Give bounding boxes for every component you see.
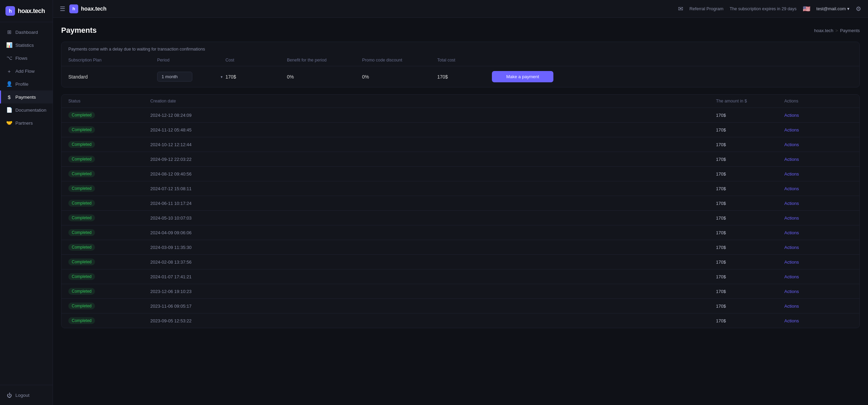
creation-date: 2024-10-12 12:12:44	[150, 142, 716, 147]
breadcrumb-sep: >	[836, 28, 838, 33]
sidebar-item-label: Dashboard	[15, 30, 38, 35]
amount: 170$	[716, 318, 784, 323]
topbar-logo-box: h	[69, 4, 78, 13]
table-row: Completed 2024-02-08 13:37:56 170$ Actio…	[61, 255, 859, 269]
creation-date: 2024-04-09 09:06:06	[150, 230, 716, 235]
amount: 170$	[716, 289, 784, 294]
benefit-value: 0%	[287, 74, 362, 80]
actions-link[interactable]: Actions	[784, 113, 853, 118]
sidebar-item-logout[interactable]: ⏻Logout	[0, 389, 53, 402]
sidebar-item-payments[interactable]: $Payments	[0, 90, 53, 103]
table-row: Completed 2024-12-12 08:24:09 170$ Actio…	[61, 108, 859, 123]
statistics-icon: 📊	[6, 42, 12, 48]
send-icon[interactable]: ✉	[678, 5, 683, 13]
actions-link[interactable]: Actions	[784, 201, 853, 206]
status-badge: Completed	[68, 200, 150, 207]
status-badge: Completed	[68, 273, 150, 280]
amount: 170$	[716, 142, 784, 147]
history-col-header: Actions	[784, 99, 853, 103]
actions-link[interactable]: Actions	[784, 304, 853, 309]
history-col-header: Status	[68, 99, 150, 103]
period-select-wrap[interactable]: 1 month3 months6 months12 months	[157, 72, 225, 82]
breadcrumb-home[interactable]: hoax.tech	[814, 28, 833, 33]
history-col-header: The amount in $	[716, 99, 784, 103]
sidebar-item-dashboard[interactable]: ⊞Dashboard	[0, 26, 53, 39]
sidebar-item-label: Logout	[15, 393, 29, 398]
sidebar-logo: h hoax.tech	[0, 0, 53, 22]
sidebar-item-add-flow[interactable]: +Add Flow	[0, 65, 53, 78]
creation-date: 2024-08-12 09:40:56	[150, 171, 716, 177]
table-row: Completed 2023-12-06 19:10:23 170$ Actio…	[61, 284, 859, 299]
status-badge: Completed	[68, 185, 150, 192]
make-payment-button[interactable]: Make a payment	[492, 71, 553, 82]
sidebar-item-label: Payments	[15, 95, 36, 100]
promo-discount-value: 0%	[362, 74, 437, 80]
sidebar-item-flows[interactable]: ⌥Flows	[0, 52, 53, 65]
status-badge: Completed	[68, 288, 150, 295]
sidebar-item-profile[interactable]: 👤Profile	[0, 78, 53, 90]
history-col-header: Creation date	[150, 99, 716, 103]
table-row: Completed 2024-04-09 09:06:06 170$ Actio…	[61, 225, 859, 240]
sidebar-item-statistics[interactable]: 📊Statistics	[0, 39, 53, 52]
topbar-logo: h hoax.tech	[69, 4, 107, 13]
creation-date: 2024-01-07 17:41:21	[150, 274, 716, 279]
status-badge: Completed	[68, 259, 150, 265]
actions-link[interactable]: Actions	[784, 260, 853, 265]
settings-icon[interactable]: ⚙	[856, 5, 861, 13]
sub-col-header: Period	[157, 58, 225, 62]
status-badge: Completed	[68, 170, 150, 177]
actions-link[interactable]: Actions	[784, 157, 853, 162]
sub-col-header: Subscription Plan	[68, 58, 157, 62]
actions-link[interactable]: Actions	[784, 289, 853, 294]
sidebar-item-label: Partners	[15, 121, 33, 126]
creation-date: 2024-06-11 10:17:24	[150, 201, 716, 206]
table-row: Completed 2024-01-07 17:41:21 170$ Actio…	[61, 269, 859, 284]
actions-link[interactable]: Actions	[784, 127, 853, 132]
status-badge: Completed	[68, 141, 150, 148]
status-badge: Completed	[68, 156, 150, 163]
status-badge: Completed	[68, 303, 150, 309]
actions-link[interactable]: Actions	[784, 230, 853, 235]
amount: 170$	[716, 171, 784, 177]
actions-link[interactable]: Actions	[784, 215, 853, 221]
creation-date: 2024-03-09 11:35:30	[150, 245, 716, 250]
table-row: Completed 2024-09-12 22:03:22 170$ Actio…	[61, 152, 859, 167]
amount: 170$	[716, 157, 784, 162]
table-row: Completed 2024-10-12 12:12:44 170$ Actio…	[61, 137, 859, 152]
table-row: Completed 2024-05-10 10:07:03 170$ Actio…	[61, 211, 859, 225]
actions-link[interactable]: Actions	[784, 142, 853, 147]
actions-link[interactable]: Actions	[784, 186, 853, 191]
amount: 170$	[716, 230, 784, 235]
table-row: Completed 2024-07-12 15:08:11 170$ Actio…	[61, 181, 859, 196]
creation-date: 2024-05-10 10:07:03	[150, 215, 716, 221]
period-select[interactable]: 1 month3 months6 months12 months	[157, 72, 192, 82]
table-row: Completed 2024-08-12 09:40:56 170$ Actio…	[61, 167, 859, 181]
sub-col-header: Promo code discount	[362, 58, 437, 62]
sub-col-header	[492, 58, 553, 62]
creation-date: 2024-07-12 15:08:11	[150, 186, 716, 191]
user-menu[interactable]: test@mail.com ▾	[816, 6, 850, 11]
table-row: Completed 2023-09-05 12:53:22 170$ Actio…	[61, 313, 859, 328]
topbar-right: ✉ Referral Program The subscription expi…	[678, 5, 861, 13]
table-row: Completed 2024-11-12 05:48:45 170$ Actio…	[61, 123, 859, 137]
referral-link[interactable]: Referral Program	[689, 6, 724, 11]
actions-link[interactable]: Actions	[784, 274, 853, 279]
actions-link[interactable]: Actions	[784, 318, 853, 323]
hamburger-icon[interactable]: ☰	[60, 5, 65, 13]
actions-link[interactable]: Actions	[784, 171, 853, 177]
status-badge: Completed	[68, 317, 150, 324]
table-row: Completed 2024-03-09 11:35:30 170$ Actio…	[61, 240, 859, 255]
status-badge: Completed	[68, 126, 150, 133]
logo-icon: h	[5, 6, 15, 16]
page-title: Payments	[61, 26, 97, 35]
amount: 170$	[716, 215, 784, 221]
creation-date: 2023-11-06 09:05:17	[150, 304, 716, 309]
flag-icon: 🇺🇸	[803, 5, 810, 13]
sidebar-bottom: ⏻Logout	[0, 385, 53, 405]
status-badge: Completed	[68, 229, 150, 236]
payments-icon: $	[6, 94, 12, 100]
actions-link[interactable]: Actions	[784, 245, 853, 250]
sidebar-item-documentation[interactable]: 📄Documentation	[0, 103, 53, 116]
sidebar-item-partners[interactable]: 🤝Partners	[0, 116, 53, 129]
sidebar-item-label: Profile	[15, 82, 28, 87]
